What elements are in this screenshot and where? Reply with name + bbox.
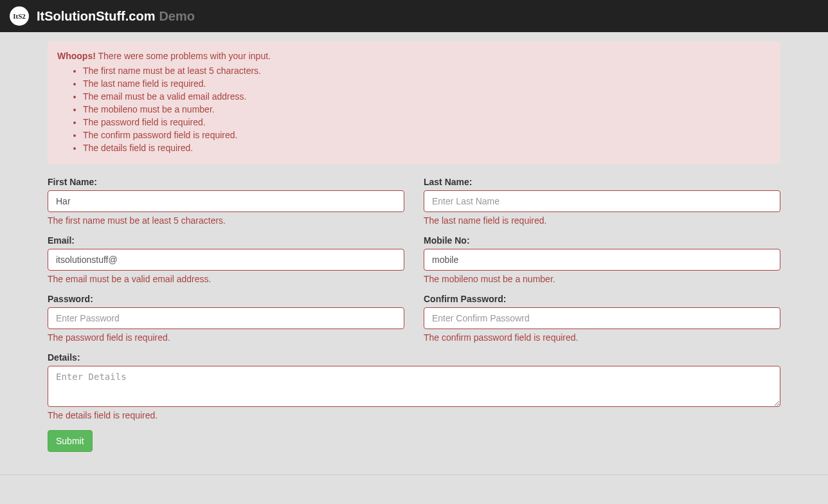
password-label: Password:: [48, 294, 93, 304]
last-name-input[interactable]: [424, 190, 780, 212]
brand-subtitle: Demo: [159, 9, 195, 24]
email-error: The email must be a valid email address.: [48, 274, 404, 284]
mobile-no-input[interactable]: [424, 249, 780, 271]
details-textarea[interactable]: [48, 366, 780, 407]
navbar: ItS2 ItSolutionStuff.com Demo: [0, 0, 828, 32]
confirm-password-label: Confirm Password:: [424, 294, 506, 304]
alert-error-item: The details field is required.: [83, 141, 771, 154]
password-error: The password field is required.: [48, 332, 404, 343]
registration-form: First Name: The first name must be at le…: [48, 177, 780, 452]
password-group: Password: The password field is required…: [48, 294, 404, 343]
alert-error-item: The password field is required.: [83, 116, 771, 129]
brand-title[interactable]: ItSolutionStuff.com: [37, 9, 155, 24]
mobile-no-error: The mobileno must be a number.: [424, 274, 780, 284]
email-input[interactable]: [48, 249, 404, 271]
alert-heading-text: There were some problems with your input…: [96, 51, 271, 61]
alert-error-item: The mobileno must be a number.: [83, 103, 771, 116]
last-name-error: The last name field is required.: [424, 215, 780, 226]
alert-error-list: The first name must be at least 5 charac…: [83, 64, 771, 154]
mobile-no-group: Mobile No: The mobileno must be a number…: [424, 235, 780, 284]
email-label: Email:: [48, 235, 75, 246]
alert-error-item: The first name must be at least 5 charac…: [83, 64, 771, 77]
alert-error-item: The confirm password field is required.: [83, 129, 771, 141]
last-name-label: Last Name:: [424, 177, 472, 187]
brand-logo: ItS2: [10, 6, 29, 26]
first-name-error: The first name must be at least 5 charac…: [48, 215, 404, 226]
validation-alert: Whoops! There were some problems with yo…: [48, 41, 780, 164]
alert-error-item: The email must be a valid email address.: [83, 90, 771, 103]
alert-error-item: The last name field is required.: [83, 77, 771, 90]
alert-heading-bold: Whoops!: [57, 51, 96, 61]
submit-button[interactable]: Submit: [48, 430, 93, 452]
first-name-label: First Name:: [48, 177, 97, 187]
first-name-group: First Name: The first name must be at le…: [48, 177, 404, 226]
confirm-password-error: The confirm password field is required.: [424, 332, 780, 343]
details-group: Details: The details field is required.: [48, 352, 780, 420]
first-name-input[interactable]: [48, 190, 404, 212]
details-label: Details:: [48, 352, 80, 363]
confirm-password-input[interactable]: [424, 307, 780, 329]
email-group: Email: The email must be a valid email a…: [48, 235, 404, 284]
details-error: The details field is required.: [48, 410, 780, 420]
last-name-group: Last Name: The last name field is requir…: [424, 177, 780, 226]
mobile-no-label: Mobile No:: [424, 235, 470, 246]
password-input[interactable]: [48, 307, 404, 329]
confirm-password-group: Confirm Password: The confirm password f…: [424, 294, 780, 343]
